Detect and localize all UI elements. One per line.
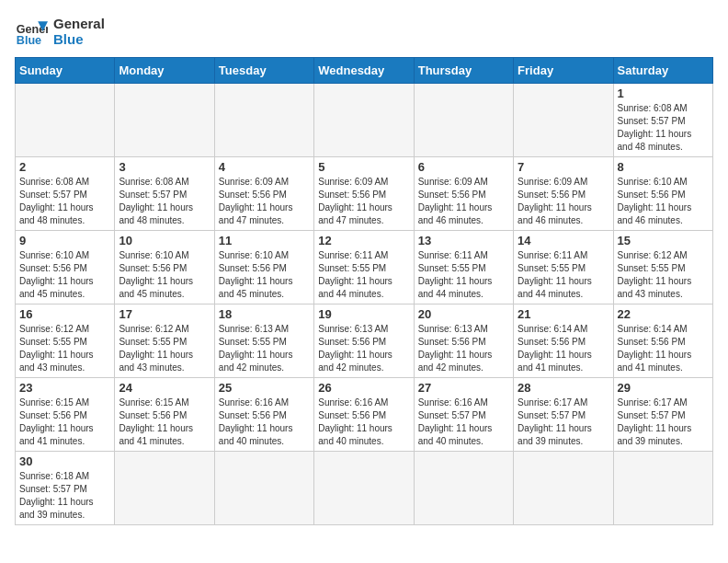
- day-info: Sunrise: 6:15 AMSunset: 5:56 PMDaylight:…: [19, 396, 110, 448]
- calendar-week-2: 2Sunrise: 6:08 AMSunset: 5:57 PMDaylight…: [16, 157, 713, 231]
- day-number: 24: [119, 381, 210, 395]
- calendar-header-row: SundayMondayTuesdayWednesdayThursdayFrid…: [16, 58, 713, 84]
- day-info: Sunrise: 6:08 AMSunset: 5:57 PMDaylight:…: [19, 176, 110, 227]
- day-info: Sunrise: 6:17 AMSunset: 5:57 PMDaylight:…: [618, 396, 709, 448]
- day-info: Sunrise: 6:16 AMSunset: 5:57 PMDaylight:…: [418, 396, 509, 448]
- calendar-cell: [115, 452, 214, 525]
- day-info: Sunrise: 6:13 AMSunset: 5:55 PMDaylight:…: [219, 323, 310, 374]
- day-info: Sunrise: 6:14 AMSunset: 5:56 PMDaylight:…: [618, 323, 709, 374]
- day-info: Sunrise: 6:11 AMSunset: 5:55 PMDaylight:…: [418, 249, 509, 301]
- calendar-cell: 16Sunrise: 6:12 AMSunset: 5:55 PMDayligh…: [16, 304, 115, 378]
- day-number: 7: [518, 160, 609, 174]
- calendar-week-1: 1Sunrise: 6:08 AMSunset: 5:57 PMDaylight…: [16, 84, 713, 157]
- day-number: 25: [219, 381, 310, 395]
- day-number: 11: [219, 234, 310, 247]
- calendar-cell: 9Sunrise: 6:10 AMSunset: 5:56 PMDaylight…: [16, 231, 115, 304]
- col-header-sunday: Sunday: [16, 58, 115, 84]
- day-info: Sunrise: 6:10 AMSunset: 5:56 PMDaylight:…: [618, 176, 709, 227]
- calendar-week-6: 30Sunrise: 6:18 AMSunset: 5:57 PMDayligh…: [16, 452, 713, 525]
- calendar-cell: 2Sunrise: 6:08 AMSunset: 5:57 PMDaylight…: [16, 157, 115, 231]
- calendar-week-4: 16Sunrise: 6:12 AMSunset: 5:55 PMDayligh…: [16, 304, 713, 378]
- day-number: 15: [618, 234, 709, 247]
- calendar-cell: 8Sunrise: 6:10 AMSunset: 5:56 PMDaylight…: [613, 157, 712, 231]
- calendar-cell: 11Sunrise: 6:10 AMSunset: 5:56 PMDayligh…: [214, 231, 313, 304]
- day-info: Sunrise: 6:10 AMSunset: 5:56 PMDaylight:…: [219, 249, 310, 301]
- col-header-wednesday: Wednesday: [314, 58, 414, 84]
- calendar-cell: 21Sunrise: 6:14 AMSunset: 5:56 PMDayligh…: [514, 304, 613, 378]
- calendar-cell: [514, 84, 613, 157]
- calendar-cell: 26Sunrise: 6:16 AMSunset: 5:56 PMDayligh…: [314, 378, 414, 452]
- calendar-cell: 19Sunrise: 6:13 AMSunset: 5:56 PMDayligh…: [314, 304, 414, 378]
- calendar-cell: 18Sunrise: 6:13 AMSunset: 5:55 PMDayligh…: [214, 304, 313, 378]
- col-header-tuesday: Tuesday: [214, 58, 313, 84]
- calendar-cell: 27Sunrise: 6:16 AMSunset: 5:57 PMDayligh…: [414, 378, 513, 452]
- day-number: 19: [318, 307, 409, 321]
- calendar-cell: 7Sunrise: 6:09 AMSunset: 5:56 PMDaylight…: [514, 157, 613, 231]
- day-info: Sunrise: 6:14 AMSunset: 5:56 PMDaylight:…: [518, 323, 609, 374]
- calendar-cell: 14Sunrise: 6:11 AMSunset: 5:55 PMDayligh…: [514, 231, 613, 304]
- calendar-cell: [514, 452, 613, 525]
- day-number: 14: [518, 234, 609, 247]
- day-number: 16: [19, 307, 110, 321]
- calendar-cell: 17Sunrise: 6:12 AMSunset: 5:55 PMDayligh…: [115, 304, 214, 378]
- col-header-thursday: Thursday: [414, 58, 513, 84]
- logo-icon: General Blue: [15, 15, 48, 48]
- day-info: Sunrise: 6:13 AMSunset: 5:56 PMDaylight:…: [318, 323, 409, 374]
- calendar-cell: 15Sunrise: 6:12 AMSunset: 5:55 PMDayligh…: [613, 231, 712, 304]
- day-info: Sunrise: 6:10 AMSunset: 5:56 PMDaylight:…: [119, 249, 210, 301]
- day-info: Sunrise: 6:12 AMSunset: 5:55 PMDaylight:…: [19, 323, 110, 374]
- day-number: 9: [19, 234, 110, 247]
- day-info: Sunrise: 6:09 AMSunset: 5:56 PMDaylight:…: [318, 176, 409, 227]
- day-number: 28: [518, 381, 609, 395]
- calendar-cell: 6Sunrise: 6:09 AMSunset: 5:56 PMDaylight…: [414, 157, 513, 231]
- logo-text: GeneralBlue: [53, 16, 105, 47]
- day-info: Sunrise: 6:08 AMSunset: 5:57 PMDaylight:…: [618, 102, 709, 154]
- day-info: Sunrise: 6:08 AMSunset: 5:57 PMDaylight:…: [119, 176, 210, 227]
- calendar-cell: [414, 84, 513, 157]
- day-number: 17: [119, 307, 210, 321]
- calendar-cell: [314, 452, 414, 525]
- day-number: 20: [418, 307, 509, 321]
- day-info: Sunrise: 6:11 AMSunset: 5:55 PMDaylight:…: [518, 249, 609, 301]
- day-number: 26: [318, 381, 409, 395]
- day-info: Sunrise: 6:09 AMSunset: 5:56 PMDaylight:…: [219, 176, 310, 227]
- calendar-cell: 13Sunrise: 6:11 AMSunset: 5:55 PMDayligh…: [414, 231, 513, 304]
- calendar-cell: 28Sunrise: 6:17 AMSunset: 5:57 PMDayligh…: [514, 378, 613, 452]
- day-number: 10: [119, 234, 210, 247]
- day-info: Sunrise: 6:17 AMSunset: 5:57 PMDaylight:…: [518, 396, 609, 448]
- col-header-friday: Friday: [514, 58, 613, 84]
- day-info: Sunrise: 6:15 AMSunset: 5:56 PMDaylight:…: [119, 396, 210, 448]
- day-info: Sunrise: 6:09 AMSunset: 5:56 PMDaylight:…: [518, 176, 609, 227]
- day-number: 27: [418, 381, 509, 395]
- calendar-cell: [115, 84, 214, 157]
- calendar-cell: 3Sunrise: 6:08 AMSunset: 5:57 PMDaylight…: [115, 157, 214, 231]
- day-number: 29: [618, 381, 709, 395]
- day-number: 22: [618, 307, 709, 321]
- col-header-saturday: Saturday: [613, 58, 712, 84]
- day-info: Sunrise: 6:09 AMSunset: 5:56 PMDaylight:…: [418, 176, 509, 227]
- calendar-cell: 20Sunrise: 6:13 AMSunset: 5:56 PMDayligh…: [414, 304, 513, 378]
- calendar-cell: 4Sunrise: 6:09 AMSunset: 5:56 PMDaylight…: [214, 157, 313, 231]
- calendar-cell: [314, 84, 414, 157]
- day-number: 3: [119, 160, 210, 174]
- day-number: 21: [518, 307, 609, 321]
- day-number: 5: [318, 160, 409, 174]
- calendar-cell: [214, 84, 313, 157]
- calendar-cell: 22Sunrise: 6:14 AMSunset: 5:56 PMDayligh…: [613, 304, 712, 378]
- calendar-cell: 30Sunrise: 6:18 AMSunset: 5:57 PMDayligh…: [16, 452, 115, 525]
- calendar-cell: 5Sunrise: 6:09 AMSunset: 5:56 PMDaylight…: [314, 157, 414, 231]
- day-number: 2: [19, 160, 110, 174]
- day-number: 1: [618, 86, 709, 100]
- calendar-cell: 24Sunrise: 6:15 AMSunset: 5:56 PMDayligh…: [115, 378, 214, 452]
- day-number: 8: [618, 160, 709, 174]
- calendar-week-3: 9Sunrise: 6:10 AMSunset: 5:56 PMDaylight…: [16, 231, 713, 304]
- calendar-cell: 12Sunrise: 6:11 AMSunset: 5:55 PMDayligh…: [314, 231, 414, 304]
- day-info: Sunrise: 6:10 AMSunset: 5:56 PMDaylight:…: [19, 249, 110, 301]
- calendar-cell: [414, 452, 513, 525]
- day-number: 12: [318, 234, 409, 247]
- day-info: Sunrise: 6:18 AMSunset: 5:57 PMDaylight:…: [19, 470, 110, 522]
- calendar-cell: [16, 84, 115, 157]
- page-header: General Blue GeneralBlue: [15, 15, 713, 48]
- calendar-cell: [214, 452, 313, 525]
- day-number: 13: [418, 234, 509, 247]
